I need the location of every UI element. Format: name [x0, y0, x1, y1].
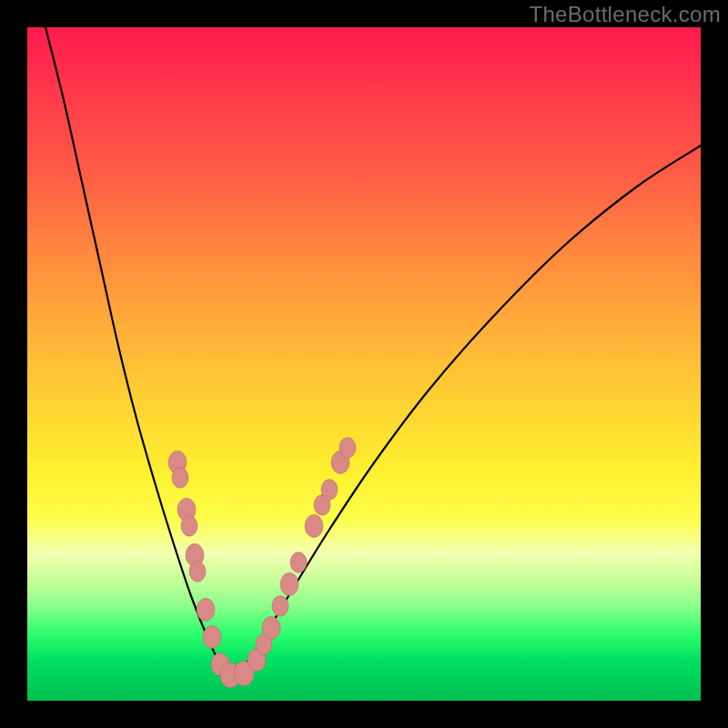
bead-marker — [272, 596, 288, 617]
bead-marker — [339, 438, 356, 459]
chart-svg — [27, 27, 701, 701]
bead-marker — [262, 617, 280, 640]
outer-frame: TheBottleneck.com — [0, 0, 728, 728]
bead-marker — [280, 573, 298, 596]
beads-group — [168, 438, 356, 688]
bead-marker — [290, 552, 307, 573]
bead-marker — [203, 626, 221, 649]
bead-marker — [321, 480, 338, 500]
bead-marker — [181, 516, 197, 537]
bead-marker — [189, 561, 206, 582]
watermark-text: TheBottleneck.com — [529, 2, 721, 27]
bottleneck-curve — [46, 27, 701, 673]
bead-marker — [197, 599, 215, 622]
bead-marker — [172, 468, 188, 489]
plot-area — [27, 27, 701, 701]
bead-marker — [305, 515, 323, 538]
